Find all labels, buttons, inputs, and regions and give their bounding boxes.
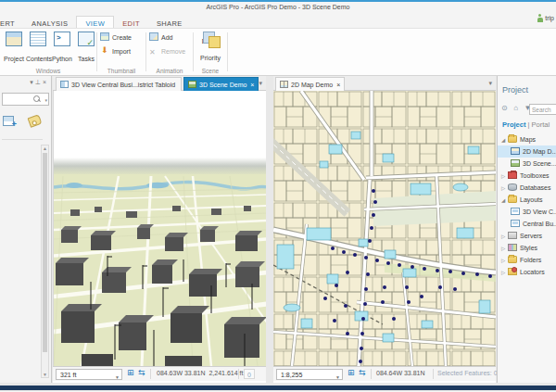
search-dropdown-icon[interactable]: ▾ [44, 97, 47, 103]
project-tree: ◢Maps 2D Map D... 3D Scene... ▷Toolboxes… [498, 133, 556, 278]
scene-3d-graphic [54, 91, 266, 366]
tree-item-layout-3d-view[interactable]: 3D View C... [498, 206, 556, 218]
pane-close-icon[interactable]: × [43, 79, 48, 85]
locators-icon [508, 268, 517, 275]
add-view-icon[interactable]: ⊞ [348, 368, 355, 377]
signed-in-user[interactable]: trip [537, 14, 554, 27]
python-icon [54, 32, 70, 46]
thumbnail-create-icon [100, 32, 109, 41]
tree-item-folders[interactable]: ▷Folders [498, 254, 556, 266]
scene-scale-combo[interactable]: 321 ft▼ [56, 369, 122, 380]
arcgis-pro-window: ArcGIS Pro - ArcGIS Pro Demo - 3D Scene … [0, 0, 556, 392]
close-tab-icon[interactable]: × [250, 82, 254, 88]
thumbnail-import-button[interactable]: Import [100, 45, 131, 57]
tree-item-databases[interactable]: ▷Databases [498, 182, 556, 194]
project-pane-title: Project [502, 85, 528, 95]
expand-icon[interactable]: ◢ [501, 195, 508, 206]
pane-pin-icon[interactable]: ⊥ [35, 79, 43, 85]
tree-item-3d-scene[interactable]: 3D Scene... [498, 158, 556, 170]
tree-item-toolboxes[interactable]: ▷Toolboxes [498, 170, 556, 182]
depth-priority-button[interactable]: Depth Priority [196, 31, 224, 66]
group-label-scene: Scene [194, 68, 227, 74]
window-title: ArcGIS Pro - ArcGIS Pro Demo - 3D Scene … [0, 2, 556, 13]
tree-item-locators[interactable]: ▷Locators [498, 266, 556, 278]
styles-icon [508, 244, 517, 251]
view-tab-map[interactable]: 2D Map Demo× [275, 77, 345, 91]
maps-folder-icon [508, 135, 517, 143]
map-2d-pane: 2D Map Demo× ▾ [273, 76, 496, 383]
add-view-icon[interactable]: ⊞ [127, 368, 134, 377]
servers-icon [508, 232, 517, 239]
left-pane-toolbar [3, 113, 41, 130]
close-tab-icon[interactable]: × [336, 82, 340, 88]
left-pane-scrollbar[interactable]: ▲ ▼ [41, 145, 49, 378]
selected-features-count[interactable]: Selected Features: 0 [437, 370, 498, 376]
expand-icon[interactable]: ◢ [501, 134, 508, 145]
tree-item-2d-map[interactable]: 2D Map D... [498, 145, 556, 158]
label-tag-icon[interactable] [28, 114, 43, 128]
map-status-bar: 1:8,255▼ ⊞ ⇆ 084.64W 33.81N Selected Fea… [273, 366, 496, 381]
tab-overflow-icon[interactable]: ▾ [488, 80, 492, 87]
scroll-up-icon[interactable]: ▲ [42, 145, 48, 151]
animation-remove-icon [149, 46, 158, 55]
expand-icon[interactable]: ▷ [501, 243, 508, 254]
tab-project[interactable]: Project [502, 120, 525, 129]
tree-item-layout-central[interactable]: Central Bu... [498, 218, 556, 230]
expand-icon[interactable]: ▷ [501, 183, 508, 194]
project-pane-button[interactable]: Project [2, 31, 26, 66]
layouts-folder-icon [508, 196, 517, 203]
python-button[interactable]: Python [50, 31, 74, 66]
link-views-icon[interactable]: ⇆ [138, 368, 145, 377]
tree-item-maps[interactable]: ◢Maps [498, 133, 556, 145]
tasks-icon [78, 32, 95, 46]
home-icon[interactable]: ⌂ [513, 104, 518, 112]
map-tab-icon [280, 81, 288, 88]
tasks-button[interactable]: Tasks [74, 31, 98, 66]
group-separator [227, 32, 228, 71]
scene-selection-count[interactable]: 0 [244, 369, 255, 379]
expand-icon[interactable]: ▷ [501, 267, 508, 278]
view-tab-scene-active[interactable]: 3D Scene Demo× [183, 77, 259, 91]
link-views-icon[interactable]: ⇆ [359, 368, 366, 377]
tree-item-styles[interactable]: ▷Styles [498, 242, 556, 254]
thumbnail-create-button[interactable]: Create [100, 32, 132, 44]
scene-3d-icon [511, 159, 520, 167]
expand-icon[interactable]: ▷ [501, 231, 508, 242]
animation-add-icon [149, 32, 158, 41]
database-icon [508, 183, 517, 191]
user-name: trip [545, 15, 554, 21]
project-pane-icon [6, 32, 22, 46]
tab-portal[interactable]: Portal [532, 120, 550, 129]
scene-3d-canvas[interactable] [53, 91, 266, 366]
contents-pane-button[interactable]: Contents [26, 31, 50, 66]
expand-icon[interactable]: ▷ [501, 171, 508, 182]
map-coordinates: 084.64W 33.81N [376, 370, 425, 376]
user-person-icon [537, 14, 543, 22]
project-search-input[interactable] [529, 104, 556, 115]
back-icon[interactable]: ⊙ [501, 104, 508, 112]
scroll-down-icon[interactable]: ▼ [42, 372, 48, 377]
tree-item-servers[interactable]: ▷Servers [498, 230, 556, 242]
left-pane-search-input[interactable]: ▾ [2, 93, 49, 106]
map-2d-graphic [273, 91, 496, 366]
layout-icon [511, 208, 520, 215]
expand-icon[interactable]: ▷ [501, 255, 508, 266]
main-area: ▾⊥× ▾ ▲ ▼ 3D View Central Busi...istrict… [0, 76, 556, 386]
animation-add-button[interactable]: Add [149, 32, 172, 44]
scroll-thumb[interactable] [43, 153, 47, 352]
layout-icon [511, 220, 520, 227]
tab-overflow-icon[interactable]: ▾ [259, 80, 262, 87]
divider [371, 369, 372, 379]
add-map-icon[interactable] [3, 116, 14, 126]
tree-item-layouts[interactable]: ◢Layouts [498, 194, 556, 206]
animation-remove-button[interactable]: Remove [149, 45, 185, 57]
group-label-windows: Windows [0, 68, 96, 74]
map-2d-canvas[interactable] [273, 91, 496, 366]
view-tab-layout[interactable]: 3D View Central Busi...istrict Tabloid [56, 77, 182, 91]
chevron-down-icon: ▼ [115, 373, 120, 383]
project-pane-toolbar: ⊙ ⌂ ▼ [501, 104, 556, 116]
divider [433, 369, 434, 379]
layout-tab-icon [60, 81, 69, 88]
pane-splitter[interactable] [266, 76, 273, 383]
map-scale-combo[interactable]: 1:8,255▼ [276, 369, 343, 380]
